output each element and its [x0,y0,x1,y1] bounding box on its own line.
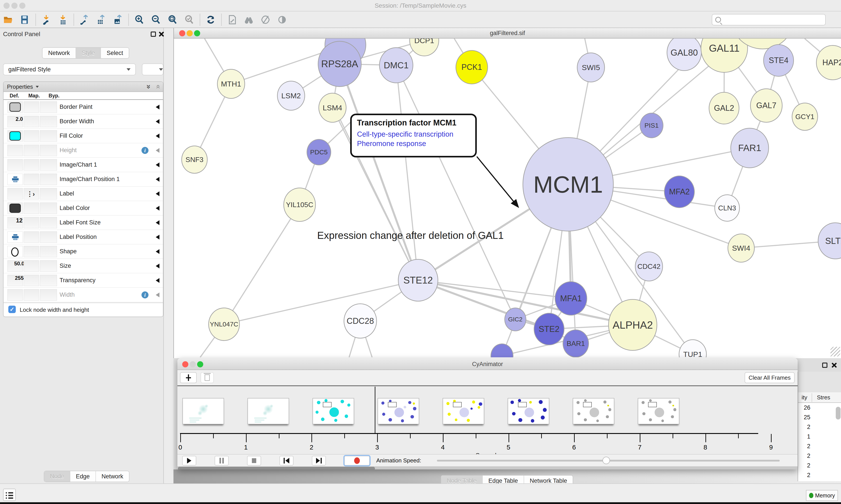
property-row[interactable]: Label Position [3,230,163,244]
network-from-selection-icon[interactable] [225,13,239,26]
property-row[interactable]: Image/Chart 1 [3,158,163,172]
network-node[interactable]: RPS28A [318,41,362,87]
network-node[interactable]: CLN3 [714,194,740,221]
def-cell[interactable]: 50.0 [7,260,23,272]
expand-property-icon[interactable] [156,162,159,167]
def-cell[interactable] [7,145,23,156]
frame-thumbnail[interactable] [443,398,484,424]
property-row[interactable]: ⋮›Label [3,186,163,201]
clear-all-frames-button[interactable]: Clear All Frames [745,372,794,383]
export-network-icon[interactable] [77,13,92,26]
property-row[interactable]: Widthi [3,288,163,302]
byp-cell[interactable] [40,289,57,301]
zoom-in-icon[interactable] [132,13,146,26]
horizontal-scrollbar[interactable] [177,466,798,469]
property-row[interactable]: Border Paint [3,100,163,114]
network-node[interactable]: PDC5 [307,139,331,165]
property-row[interactable]: Shape [3,244,163,259]
frame-thumbnail[interactable] [248,398,289,424]
map-cell[interactable] [24,174,39,185]
import-network-icon[interactable] [39,13,53,26]
byp-cell[interactable] [40,260,57,272]
save-session-icon[interactable] [18,13,32,26]
expand-property-icon[interactable] [156,148,159,153]
map-cell[interactable] [24,289,39,301]
frame-thumbnail[interactable] [312,398,354,424]
map-cell[interactable] [24,145,39,156]
def-cell[interactable] [7,289,23,301]
annotation-box[interactable]: Transcription factor MCM1 Cell-type-spec… [350,114,477,158]
expand-property-icon[interactable] [156,249,159,254]
network-node[interactable]: CDC42 [635,252,663,281]
cyanimator-titlebar[interactable]: CyAnimator [177,358,798,370]
add-frame-button[interactable] [180,372,197,383]
network-node[interactable]: MCM1 [522,137,614,231]
map-cell[interactable] [24,260,39,272]
close-panel-icon[interactable] [831,362,837,368]
def-cell[interactable]: 12 [7,217,23,228]
network-node[interactable]: FAR1 [730,128,769,168]
frame-thumbnail[interactable] [378,398,419,424]
property-row[interactable]: Heighti [3,143,163,158]
import-table-icon[interactable] [56,13,70,26]
record-button[interactable] [344,456,370,466]
skip-to-end-button[interactable] [312,456,326,466]
property-row[interactable]: Label Color [3,201,163,215]
property-row[interactable]: 12Label Font Size [3,215,163,230]
frame-thumbnail[interactable] [182,398,224,424]
collapse-all-icon[interactable]: » [154,85,161,89]
info-icon[interactable]: i [142,147,148,154]
color-swatch[interactable] [10,131,21,141]
color-swatch[interactable] [10,103,21,112]
property-row[interactable]: 2.0Border Width [3,114,163,129]
def-cell[interactable] [7,202,23,214]
tab-network[interactable]: Network [42,48,76,58]
expand-property-icon[interactable] [156,278,159,283]
network-node[interactable]: CDC28 [344,303,377,339]
expand-property-icon[interactable] [156,133,159,138]
style-options-button[interactable] [142,64,163,75]
network-node[interactable]: SWI4 [728,234,755,263]
delete-frame-button[interactable] [201,372,214,383]
network-node[interactable]: GAL7 [750,88,783,123]
tab-select[interactable]: Select [101,48,129,58]
expand-property-icon[interactable] [156,191,159,196]
byp-cell[interactable] [40,246,57,257]
frame-thumbnail[interactable] [638,398,679,424]
network-node[interactable]: GAL2 [709,92,739,124]
network-node[interactable]: PIS1 [640,113,663,138]
map-cell[interactable] [24,159,39,170]
byp-cell[interactable] [40,116,57,127]
byp-cell[interactable] [40,188,57,199]
network-node[interactable]: PCK1 [455,50,488,84]
property-row[interactable]: Image/Chart Position 1 [3,172,163,186]
map-cell[interactable] [24,130,39,142]
expand-property-icon[interactable] [156,177,159,182]
network-node[interactable]: MTH1 [217,69,245,99]
map-cell[interactable] [24,217,39,228]
open-session-icon[interactable] [1,13,15,26]
search-field[interactable] [712,14,826,25]
search-input[interactable] [723,16,820,23]
property-row[interactable]: 255Transparency [3,273,163,288]
def-cell[interactable] [7,174,23,185]
zoom-fit-icon[interactable] [165,13,180,26]
export-image-icon[interactable] [111,13,125,26]
frame-thumbnail[interactable] [508,398,549,424]
map-cell[interactable] [24,116,39,127]
network-node[interactable]: YNL047C [208,308,240,341]
export-table-icon[interactable] [94,13,108,26]
network-node[interactable]: GCY1 [792,103,818,131]
tab-network-style[interactable]: Network [96,471,129,482]
network-node[interactable]: SNF3 [181,146,208,174]
skip-to-start-button[interactable] [280,456,293,466]
property-row[interactable]: Fill Color [3,129,163,143]
network-window-titlebar[interactable]: galFiltered.sif [174,28,841,38]
byp-cell[interactable] [40,174,57,185]
properties-header[interactable]: Properties » » [3,82,163,92]
frame-thumbnail[interactable] [573,398,614,424]
byp-cell[interactable] [40,159,57,170]
pause-button[interactable] [215,456,229,466]
def-cell[interactable] [7,231,23,243]
def-cell[interactable] [7,130,23,142]
